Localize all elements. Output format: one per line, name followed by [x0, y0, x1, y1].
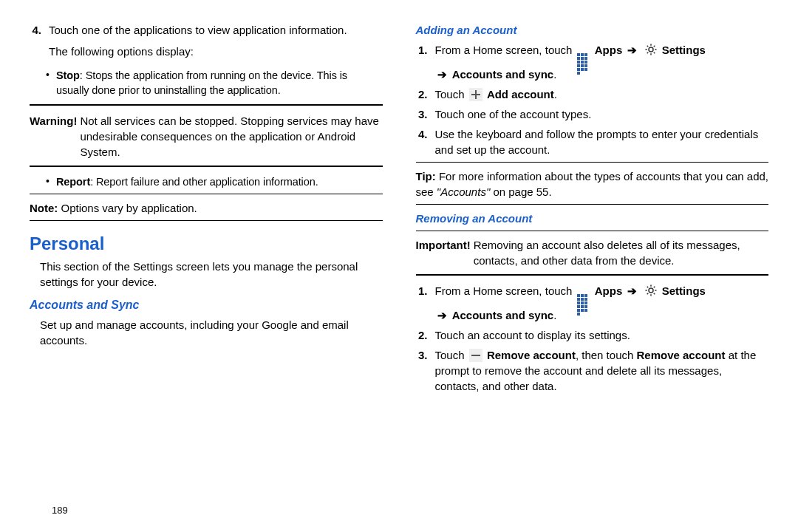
- page-number: 189: [52, 504, 68, 517]
- warning-block: Warning! Not all services can be stopped…: [30, 113, 383, 160]
- right-column: Adding an Account 1. From a Home screen,…: [416, 22, 769, 398]
- divider: [416, 274, 769, 276]
- tip-block: Tip: For more information about the type…: [416, 168, 769, 200]
- svg-line-5: [647, 46, 648, 47]
- text-pre: Touch: [435, 349, 468, 361]
- svg-point-0: [649, 47, 653, 52]
- settings-gear-icon: [644, 284, 658, 297]
- tip-reference: "Accounts": [437, 185, 490, 198]
- tip-lead: Tip:: [416, 170, 436, 183]
- accounts-sync-label: Accounts and sync: [452, 309, 554, 321]
- bullet-stop-text: : Stops the application from running on …: [56, 69, 347, 96]
- remove-account-label: Remove account: [487, 349, 576, 361]
- divider: [30, 104, 383, 106]
- step-4: 4. Touch one of the applications to view…: [30, 22, 383, 64]
- text-pre: Touch: [435, 88, 468, 100]
- tip-post: on page 55.: [490, 185, 551, 198]
- heading-accounts-sync: Accounts and Sync: [30, 297, 383, 313]
- period: .: [554, 88, 557, 100]
- settings-label: Settings: [662, 284, 706, 297]
- svg-line-17: [653, 287, 655, 288]
- remove-account-label-2: Remove account: [636, 349, 725, 361]
- step-body: Touch one of the account types.: [435, 106, 769, 122]
- warning-lead: Warning!: [30, 113, 80, 160]
- accounts-sync-label: Accounts and sync: [452, 68, 554, 81]
- text-pre: From a Home screen, touch: [435, 284, 576, 297]
- step-number: 2.: [416, 327, 435, 343]
- note-lead: Note:: [30, 202, 58, 214]
- settings-label: Settings: [662, 44, 706, 56]
- note-block: Note: Options vary by application.: [30, 200, 383, 216]
- arrow-icon: ➔: [437, 68, 447, 81]
- svg-line-15: [653, 293, 655, 295]
- step-body: Touch Add account.: [435, 86, 769, 102]
- minus-icon: [469, 349, 482, 362]
- arrow-icon: ➔: [627, 44, 637, 56]
- text-pre: From a Home screen, touch: [435, 44, 576, 56]
- bullet-stop-label: Stop: [56, 69, 80, 81]
- step-body: Touch one of the applications to view ap…: [49, 22, 383, 64]
- bullet-body: Stop: Stops the application from running…: [56, 68, 383, 98]
- bullet-dot: •: [46, 68, 56, 98]
- period: .: [553, 68, 556, 81]
- page-columns: 4. Touch one of the applications to view…: [30, 22, 768, 398]
- apps-label: Apps: [595, 284, 623, 297]
- svg-line-16: [647, 293, 648, 295]
- svg-line-7: [647, 52, 648, 54]
- step-body: Touch Remove account, then touch Remove …: [435, 347, 769, 394]
- rem-step-2: 2. Touch an account to display its setti…: [416, 327, 769, 343]
- warning-text: Not all services can be stopped. Stoppin…: [80, 113, 382, 160]
- rem-step-1: 1. From a Home screen, touch Apps ➔ Sett…: [416, 283, 769, 323]
- step-number: 3.: [416, 106, 435, 122]
- important-lead: Important!: [416, 237, 474, 268]
- important-block: Important! Removing an account also dele…: [416, 237, 769, 268]
- heading-removing-account: Removing an Account: [416, 211, 769, 226]
- heading-personal: Personal: [30, 231, 383, 256]
- bullet-report-label: Report: [56, 176, 90, 188]
- apps-icon: [577, 53, 590, 66]
- step-number: 4.: [30, 22, 49, 64]
- divider: [30, 166, 383, 167]
- arrow-icon: ➔: [627, 284, 637, 297]
- step-number: 1.: [416, 283, 435, 323]
- settings-gear-icon: [644, 43, 658, 56]
- add-step-1: 1. From a Home screen, touch Apps ➔ Sett…: [416, 42, 769, 82]
- step-body: From a Home screen, touch Apps ➔ Setting…: [435, 42, 769, 82]
- svg-line-6: [653, 52, 655, 54]
- left-column: 4. Touch one of the applications to view…: [30, 22, 383, 398]
- svg-line-14: [647, 287, 648, 288]
- divider-thin: [416, 204, 769, 205]
- apps-label: Apps: [595, 44, 623, 56]
- accounts-paragraph: Set up and manage accounts, including yo…: [40, 317, 383, 348]
- step-text: Touch one of the applications to view ap…: [49, 24, 347, 36]
- add-step-2: 2. Touch Add account.: [416, 86, 769, 102]
- bullet-dot: •: [46, 174, 56, 189]
- rem-step-3: 3. Touch Remove account, then touch Remo…: [416, 347, 769, 394]
- step-body: Touch an account to display its settings…: [435, 327, 769, 343]
- svg-point-9: [649, 288, 653, 293]
- text-mid: , then touch: [576, 349, 637, 361]
- svg-line-8: [653, 46, 655, 47]
- divider-thin: [416, 162, 769, 163]
- add-step-3: 3. Touch one of the account types.: [416, 106, 769, 122]
- divider-thin: [416, 231, 769, 231]
- divider-thin: [30, 220, 383, 221]
- step-number: 1.: [416, 42, 435, 82]
- step-number: 4.: [416, 126, 435, 157]
- step-sub: The following options display:: [49, 44, 383, 59]
- personal-paragraph: This section of the Settings screen lets…: [40, 259, 383, 290]
- add-step-4: 4. Use the keyboard and follow the promp…: [416, 126, 769, 157]
- step-body: Use the keyboard and follow the prompts …: [435, 126, 769, 157]
- add-account-label: Add account: [487, 88, 554, 100]
- step-number: 3.: [416, 347, 435, 394]
- step-number: 2.: [416, 86, 435, 102]
- apps-icon: [577, 294, 590, 307]
- bullet-report-text: : Report failure and other application i…: [90, 176, 318, 188]
- important-text: Removing an account also deletes all of …: [474, 237, 768, 268]
- step-body: From a Home screen, touch Apps ➔ Setting…: [435, 283, 769, 323]
- arrow-icon: ➔: [437, 309, 447, 321]
- bullet-stop: • Stop: Stops the application from runni…: [46, 68, 383, 98]
- plus-icon: [469, 88, 482, 101]
- bullet-report: • Report: Report failure and other appli…: [46, 174, 383, 189]
- bullet-body: Report: Report failure and other applica…: [56, 174, 383, 189]
